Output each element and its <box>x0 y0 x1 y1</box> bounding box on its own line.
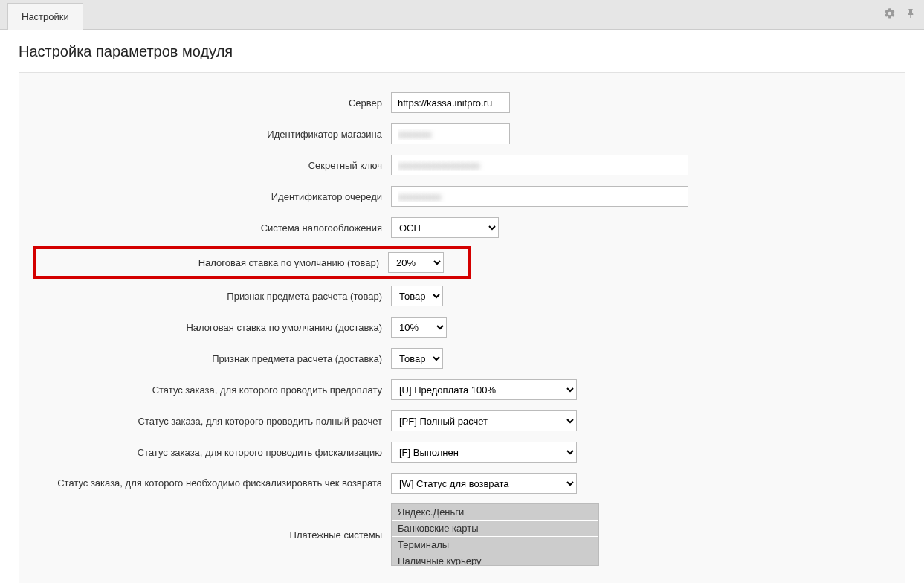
label-status-full-pay: Статус заказа, для которого проводить по… <box>34 416 391 427</box>
row-payment-systems: Платежные системы Яндекс.Деньги Банковск… <box>34 503 890 566</box>
input-shop-id[interactable] <box>391 123 510 144</box>
row-server: Сервер <box>34 91 890 114</box>
label-default-tax-delivery: Налоговая ставка по умолчанию (доставка) <box>34 322 391 333</box>
row-item-subject-goods: Признак предмета расчета (товар) Товар <box>34 285 890 307</box>
row-shop-id: Идентификатор магазина <box>34 123 890 145</box>
label-status-fiscal: Статус заказа, для которого проводить фи… <box>34 447 391 458</box>
label-shop-id: Идентификатор магазина <box>34 129 391 140</box>
label-payment-systems: Платежные системы <box>34 503 391 541</box>
page-title: Настройка параметров модуля <box>0 30 924 72</box>
row-queue-id: Идентификатор очереди <box>34 185 890 207</box>
payment-option[interactable]: Терминалы <box>392 537 598 553</box>
gear-icon[interactable] <box>884 7 896 22</box>
payment-option[interactable]: Наличные курьеру <box>392 553 598 566</box>
input-queue-id[interactable] <box>391 186 688 207</box>
select-default-tax-delivery[interactable]: 10% <box>391 317 447 338</box>
top-bar: Настройки <box>0 0 924 30</box>
multiselect-payment-systems[interactable]: Яндекс.Деньги Банковские карты Терминалы… <box>391 503 599 566</box>
select-status-fiscal[interactable]: [F] Выполнен <box>391 442 577 463</box>
select-tax-system[interactable]: ОСН <box>391 217 499 238</box>
label-queue-id: Идентификатор очереди <box>34 191 391 202</box>
label-status-refund: Статус заказа, для которого необходимо ф… <box>34 477 391 490</box>
label-item-subject-delivery: Признак предмета расчета (доставка) <box>34 353 391 364</box>
input-server[interactable] <box>391 92 510 113</box>
label-status-prepay: Статус заказа, для которого проводить пр… <box>34 384 391 396</box>
top-icons <box>884 7 917 22</box>
row-status-prepay: Статус заказа, для которого проводить пр… <box>34 379 890 401</box>
payment-option[interactable]: Банковские карты <box>392 521 598 537</box>
row-secret-key: Секретный ключ <box>34 154 890 176</box>
row-status-full-pay: Статус заказа, для которого проводить по… <box>34 410 890 432</box>
select-status-refund[interactable]: [W] Статус для возврата <box>391 473 577 494</box>
label-item-subject-goods: Признак предмета расчета (товар) <box>34 291 391 302</box>
label-tax-system: Система налогообложения <box>34 222 391 233</box>
tab-settings[interactable]: Настройки <box>7 3 83 30</box>
select-status-prepay[interactable]: [U] Предоплата 100% <box>391 379 577 400</box>
select-item-subject-goods[interactable]: Товар <box>391 286 443 306</box>
input-secret-key[interactable] <box>391 155 688 175</box>
row-status-fiscal: Статус заказа, для которого проводить фи… <box>34 441 890 463</box>
payment-option[interactable]: Яндекс.Деньги <box>392 504 598 521</box>
row-status-refund: Статус заказа, для которого необходимо ф… <box>34 472 890 495</box>
label-secret-key: Секретный ключ <box>34 160 391 171</box>
label-server: Сервер <box>34 97 391 109</box>
pin-icon[interactable] <box>905 7 917 22</box>
select-item-subject-delivery[interactable]: Товар <box>391 348 443 369</box>
row-item-subject-delivery: Признак предмета расчета (доставка) Това… <box>34 347 890 370</box>
select-status-full-pay[interactable]: [PF] Полный расчет <box>391 410 577 431</box>
row-default-tax-delivery: Налоговая ставка по умолчанию (доставка)… <box>34 316 890 338</box>
row-tax-system: Система налогообложения ОСН <box>34 216 890 239</box>
form-panel: Сервер Идентификатор магазина Секретный … <box>19 72 905 583</box>
label-default-tax-goods: Налоговая ставка по умолчанию (товар) <box>36 257 388 268</box>
select-default-tax-goods[interactable]: 20% <box>388 252 444 273</box>
row-default-tax-goods: Налоговая ставка по умолчанию (товар) 20… <box>33 246 471 279</box>
